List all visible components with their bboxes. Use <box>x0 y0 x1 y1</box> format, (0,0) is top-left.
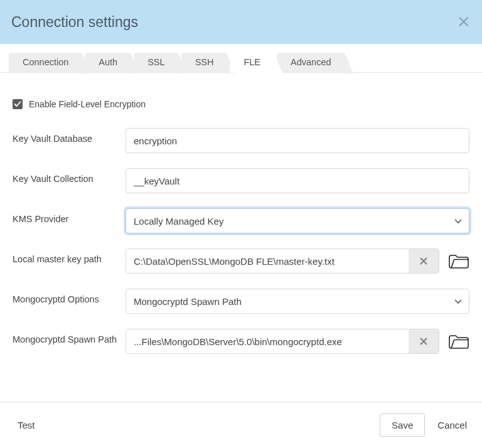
clear-local-master-key-button[interactable] <box>409 249 439 273</box>
close-icon <box>419 337 428 346</box>
browse-local-master-key-button[interactable] <box>448 252 469 270</box>
tab-fle[interactable]: FLE <box>230 53 274 72</box>
close-icon[interactable]: ✕ <box>457 14 471 30</box>
tab-panel-fle: Enable Field-Level Encryption Key Vault … <box>0 73 482 354</box>
tab-ssh[interactable]: SSH <box>181 53 228 72</box>
input-mongocryptd-spawn[interactable] <box>126 329 409 353</box>
close-icon <box>419 257 428 265</box>
folder-icon <box>448 252 469 270</box>
label-kms-provider: KMS Provider <box>13 208 126 224</box>
tab-auth[interactable]: Auth <box>85 53 131 72</box>
row-local-master-key: Local master key path <box>13 248 469 274</box>
clear-mongocryptd-spawn-button[interactable] <box>409 329 439 353</box>
row-key-vault-coll: Key Vault Collection <box>13 168 469 193</box>
browse-mongocryptd-spawn-button[interactable] <box>448 333 469 350</box>
select-mongocryptd-options[interactable]: Mongocryptd Spawn Path <box>126 289 469 314</box>
select-kms-provider[interactable]: Locally Managed Key <box>126 208 469 233</box>
input-key-vault-db[interactable] <box>126 128 469 153</box>
label-key-vault-db: Key Vault Database <box>13 128 126 144</box>
enable-fle-checkbox[interactable] <box>13 99 23 109</box>
input-key-vault-coll[interactable] <box>126 168 469 193</box>
tab-advanced[interactable]: Advanced <box>277 53 345 72</box>
tab-bar: Connection Auth SSL SSH FLE Advanced <box>0 44 482 73</box>
dialog-footer: Test Save Cancel <box>0 402 482 448</box>
row-kms-provider: KMS Provider Locally Managed Key <box>13 208 469 233</box>
row-mongocryptd-options: Mongocryptd Options Mongocryptd Spawn Pa… <box>13 289 469 314</box>
save-button[interactable]: Save <box>380 413 425 437</box>
test-button[interactable]: Test <box>18 420 35 430</box>
label-local-master-key: Local master key path <box>13 248 126 264</box>
dialog-header: Connection settings ✕ <box>0 0 482 44</box>
enable-fle-label: Enable Field-Level Encryption <box>29 99 146 109</box>
input-local-master-key[interactable] <box>126 249 409 273</box>
cancel-button[interactable]: Cancel <box>437 420 467 430</box>
check-icon <box>14 100 21 108</box>
dialog-title: Connection settings <box>11 14 138 31</box>
label-mongocryptd-spawn: Mongocryptd Spawn Path <box>13 329 126 344</box>
label-mongocryptd-options: Mongocryptd Options <box>13 289 126 304</box>
tab-ssl[interactable]: SSL <box>134 53 178 72</box>
tab-connection[interactable]: Connection <box>9 53 82 72</box>
folder-icon <box>448 333 469 350</box>
label-key-vault-coll: Key Vault Collection <box>13 168 126 184</box>
enable-fle-row: Enable Field-Level Encryption <box>13 99 469 109</box>
row-key-vault-db: Key Vault Database <box>13 128 469 153</box>
row-mongocryptd-spawn: Mongocryptd Spawn Path <box>13 329 469 354</box>
